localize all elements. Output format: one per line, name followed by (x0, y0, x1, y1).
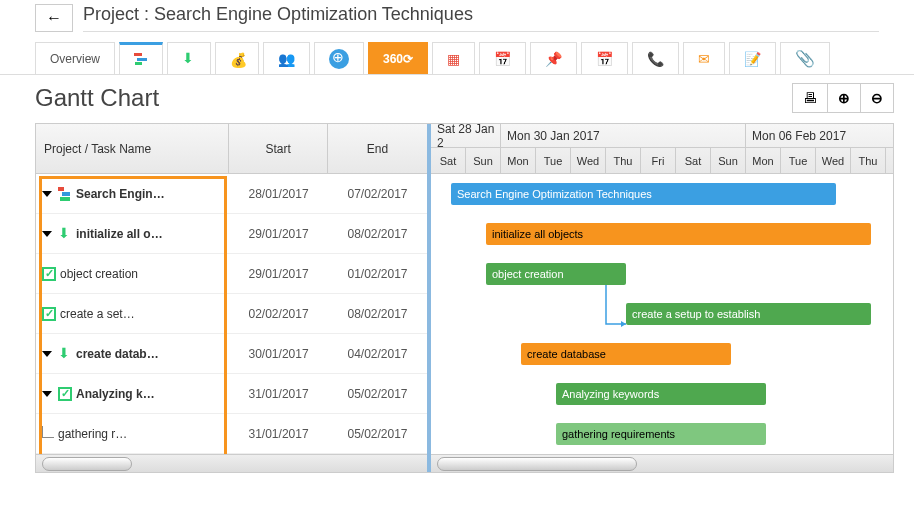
gantt-bar[interactable]: object creation (486, 263, 626, 285)
col-header-end[interactable]: End (328, 124, 427, 173)
breadcrumb: Project : Search Engine Optimization Tec… (83, 4, 879, 32)
task-start: 28/01/2017 (229, 187, 328, 201)
gantt-chart: Project / Task Name Start End Search Eng… (35, 123, 894, 473)
gantt-icon (134, 51, 148, 65)
task-row[interactable]: create datab…30/01/201704/02/2017 (36, 334, 427, 374)
tab-360[interactable]: 360⟳ (368, 42, 428, 74)
download-icon (58, 227, 72, 241)
day-header: Wed (571, 148, 606, 174)
task-end: 08/02/2017 (328, 227, 427, 241)
task-name: initialize all o… (76, 227, 163, 241)
calendar-green-icon: 📅 (596, 51, 613, 67)
tab-team[interactable]: 👥 (263, 42, 310, 74)
tab-calendar[interactable]: 📅 (479, 42, 526, 74)
download-icon (182, 52, 196, 66)
timeline-group-3: Mon 06 Feb 2017 (746, 124, 893, 147)
task-end: 05/02/2017 (328, 427, 427, 441)
tab-globe[interactable] (314, 42, 364, 74)
check-icon (42, 267, 56, 281)
tab-gantt[interactable] (119, 42, 163, 74)
task-row[interactable]: object creation29/01/201701/02/2017 (36, 254, 427, 294)
download-icon (58, 347, 72, 361)
task-start: 29/01/2017 (229, 227, 328, 241)
day-header: Sat (431, 148, 466, 174)
collapse-icon[interactable] (42, 391, 52, 397)
timeline-group-1: Sat 28 Jan 2 (431, 124, 501, 147)
col-header-start[interactable]: Start (229, 124, 328, 173)
task-name: Search Engin… (76, 187, 165, 201)
moneybag-icon (230, 52, 244, 66)
tab-notes[interactable]: 📝 (729, 42, 776, 74)
gantt-bar[interactable]: Analyzing keywords (556, 383, 766, 405)
collapse-icon[interactable] (42, 231, 52, 237)
tab-budget[interactable] (215, 42, 259, 74)
col-header-task[interactable]: Project / Task Name (36, 124, 229, 173)
tab-schedule[interactable]: 📅 (581, 42, 628, 74)
task-end: 05/02/2017 (328, 387, 427, 401)
task-name: object creation (60, 267, 138, 281)
zoom-in-icon: ⊕ (838, 90, 850, 106)
task-start: 31/01/2017 (229, 427, 328, 441)
day-header: Tue (781, 148, 816, 174)
task-row[interactable]: Analyzing k…31/01/201705/02/2017 (36, 374, 427, 414)
task-name: Analyzing k… (76, 387, 155, 401)
check-icon (58, 387, 72, 401)
gantt-bar[interactable]: create database (521, 343, 731, 365)
tab-grid[interactable]: ▦ (432, 42, 475, 74)
day-header: Sun (466, 148, 501, 174)
collapse-icon[interactable] (42, 191, 52, 197)
print-icon: 🖶 (803, 90, 817, 106)
gantt-bar[interactable]: create a setup to establish (626, 303, 871, 325)
tab-mail[interactable]: ✉ (683, 42, 725, 74)
tab-attach[interactable]: 📎 (780, 42, 830, 74)
task-end: 07/02/2017 (328, 187, 427, 201)
pin-icon: 📌 (545, 51, 562, 67)
day-header: Sat (676, 148, 711, 174)
people-icon: 👥 (278, 51, 295, 67)
day-header: Fri (641, 148, 676, 174)
task-end: 08/02/2017 (328, 307, 427, 321)
tab-overview[interactable]: Overview (35, 42, 115, 74)
gantt-bar[interactable]: gathering requirements (556, 423, 766, 445)
grid-icon: ▦ (447, 51, 460, 67)
task-end: 04/02/2017 (328, 347, 427, 361)
task-start: 31/01/2017 (229, 387, 328, 401)
task-row[interactable]: gathering r…31/01/201705/02/2017 (36, 414, 427, 454)
zoom-in-button[interactable]: ⊕ (828, 83, 861, 113)
calendar-red-icon: 📅 (494, 51, 511, 67)
task-row[interactable]: initialize all o…29/01/201708/02/2017 (36, 214, 427, 254)
gantt-task-panel: Project / Task Name Start End Search Eng… (36, 124, 431, 472)
check-icon (42, 307, 56, 321)
timeline-group-2: Mon 30 Jan 2017 (501, 124, 746, 147)
day-header: Thu (606, 148, 641, 174)
back-button[interactable]: ← (35, 4, 73, 32)
tab-phone[interactable]: 📞 (632, 42, 679, 74)
print-button[interactable]: 🖶 (792, 83, 828, 113)
page-title: Gantt Chart (35, 84, 792, 112)
task-name: create a set… (60, 307, 135, 321)
zoom-out-icon: ⊖ (871, 90, 883, 106)
task-row[interactable]: create a set…02/02/201708/02/2017 (36, 294, 427, 334)
left-scrollbar[interactable] (36, 454, 427, 472)
gantt-bar[interactable]: Search Engine Optimization Techniques (451, 183, 836, 205)
right-scrollbar[interactable] (431, 454, 893, 472)
day-header: Thu (851, 148, 886, 174)
tabstrip: Overview 👥 360⟳ ▦ 📅 📌 📅 📞 ✉ 📝 📎 (0, 42, 914, 75)
collapse-icon[interactable] (42, 351, 52, 357)
struct-icon (58, 187, 72, 201)
day-header: Mon (501, 148, 536, 174)
gantt-bar[interactable]: initialize all objects (486, 223, 871, 245)
task-end: 01/02/2017 (328, 267, 427, 281)
tab-export[interactable] (167, 42, 211, 74)
day-header: Mon (746, 148, 781, 174)
task-start: 30/01/2017 (229, 347, 328, 361)
task-row[interactable]: Search Engin…28/01/201707/02/2017 (36, 174, 427, 214)
globe-icon (329, 49, 349, 69)
task-start: 02/02/2017 (229, 307, 328, 321)
branch-icon (42, 426, 54, 438)
paperclip-icon: 📎 (795, 49, 815, 68)
task-start: 29/01/2017 (229, 267, 328, 281)
zoom-out-button[interactable]: ⊖ (861, 83, 894, 113)
day-header: Sun (711, 148, 746, 174)
tab-pin[interactable]: 📌 (530, 42, 577, 74)
